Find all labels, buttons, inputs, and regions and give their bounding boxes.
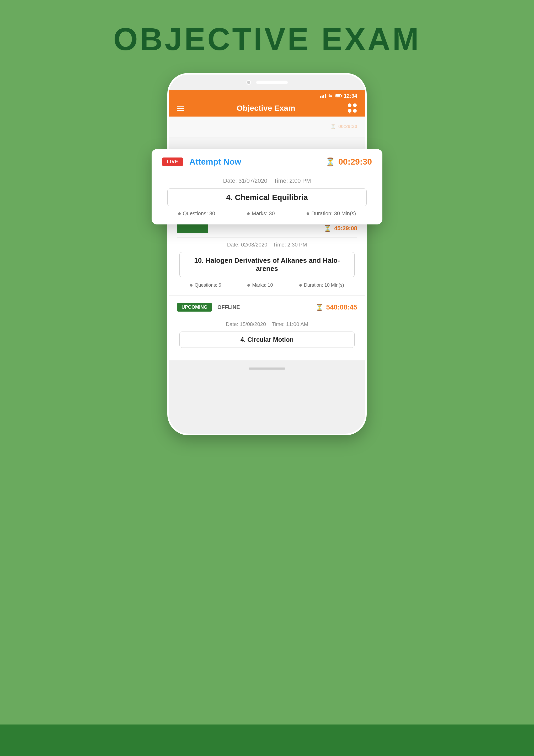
floating-exam-card: LIVE Attempt Now ⏳ 00:29:30 Date: 31/07/…: [152, 149, 382, 225]
phone-mockup: ⇋ 12:34 Objective Exam ⏳: [167, 73, 367, 435]
floating-exam-name: 4. Chemical Equilibria: [167, 188, 367, 206]
card3-exam-name: 4. Circular Motion: [179, 332, 355, 348]
bottom-strip: [0, 724, 534, 756]
card3-hourglass: ⏳: [316, 304, 323, 311]
upcoming-badge: UPCOMING: [177, 303, 212, 311]
hamburger-menu[interactable]: [177, 106, 184, 111]
floating-questions: Questions: 30: [178, 210, 215, 217]
battery-icon: [336, 94, 341, 97]
card2-datetime: Date: 02/08/2020 Time: 2:30 PM: [177, 242, 357, 248]
card2-hourglass: ⏳: [324, 225, 332, 232]
floating-hourglass-icon: ⏳: [325, 157, 335, 166]
exam-card-1: ⏳ 00:29:30: [169, 117, 365, 138]
card3-timer: 540:08:45: [326, 303, 357, 311]
offline-label: OFFLINE: [217, 304, 240, 310]
app-header: ⇋ 12:34 Objective Exam: [169, 90, 365, 117]
app-nav-title: Objective Exam: [237, 104, 295, 113]
floating-datetime: Date: 31/07/2020 Time: 2:00 PM: [162, 177, 372, 184]
floating-marks: Marks: 30: [247, 210, 275, 217]
card3-header: UPCOMING OFFLINE ⏳ 540:08:45: [177, 303, 357, 311]
card3-datetime: Date: 15/08/2020 Time: 11:00 AM: [177, 321, 357, 327]
card3-timer-section: ⏳ 540:08:45: [316, 303, 357, 311]
floating-card-header: LIVE Attempt Now ⏳ 00:29:30: [162, 157, 372, 167]
home-indicator: [249, 367, 285, 369]
exam-card-3: UPCOMING OFFLINE ⏳ 540:08:45 Date: 15/08…: [169, 296, 365, 361]
signal-icon: [320, 94, 326, 98]
card2-timer: 45:29:08: [334, 225, 357, 232]
live-badge: LIVE: [162, 157, 183, 166]
exam-card-2: ⏳ 45:29:08 Date: 02/08/2020 Time: 2:30 P…: [169, 216, 365, 296]
phone-frame: ⇋ 12:34 Objective Exam ⏳: [167, 73, 367, 435]
floating-duration: Duration: 30 Min(s): [307, 210, 356, 217]
phone-bottom-bar: [169, 361, 365, 376]
grid-menu-icon[interactable]: [348, 103, 357, 113]
floating-timer-section: ⏳ 00:29:30: [325, 157, 372, 167]
floating-exam-meta: Questions: 30 Marks: 30 Duration: 30 Min…: [162, 210, 372, 217]
floating-timer: 00:29:30: [338, 157, 372, 167]
card1-timer-bg: 00:29:30: [338, 124, 357, 129]
phone-speaker: [256, 81, 288, 84]
card2-exam-name: 10. Halogen Derivatives of Alkanes and H…: [179, 252, 355, 277]
wifi-icon: ⇋: [328, 93, 332, 99]
phone-camera: [246, 80, 251, 85]
status-bar: ⇋ 12:34: [177, 90, 357, 100]
page-title: OBJECTIVE EXAM: [113, 21, 421, 57]
card2-timer-section: ⏳ 45:29:08: [324, 225, 357, 232]
phone-top-bar: [169, 74, 365, 90]
attempt-now-label[interactable]: Attempt Now: [190, 157, 241, 167]
nav-bar: Objective Exam: [177, 100, 357, 117]
status-icons: ⇋ 12:34: [320, 93, 357, 99]
status-time: 12:34: [344, 93, 357, 99]
card2-meta: Questions: 5 Marks: 10 Duration: 10 Min(…: [177, 283, 357, 288]
